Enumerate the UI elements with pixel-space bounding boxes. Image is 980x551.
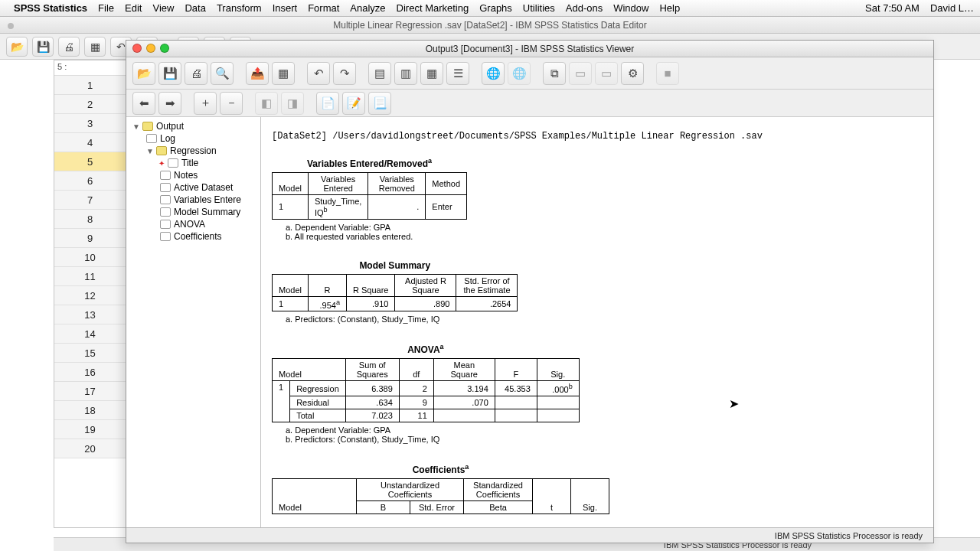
row-header[interactable]: 13 — [54, 305, 126, 324]
row-header[interactable]: 14 — [54, 324, 126, 344]
stop-icon: ■ — [656, 62, 679, 85]
variables-icon[interactable]: ▦ — [420, 62, 443, 85]
outline-log[interactable]: Log — [128, 132, 259, 145]
viewer-status-bar: IBM SPSS Statistics Processor is ready — [126, 527, 933, 543]
outline-active-dataset[interactable]: Active Dataset — [128, 181, 259, 194]
zoom-button[interactable] — [160, 44, 169, 53]
outline-output[interactable]: ▼Output — [128, 120, 259, 132]
menu-graphs[interactable]: Graphs — [479, 2, 512, 14]
row-header[interactable]: 20 — [54, 439, 126, 458]
menu-direct-marketing[interactable]: Direct Marketing — [397, 2, 469, 14]
print-preview-icon[interactable]: 🔍 — [211, 62, 234, 85]
promote-icon: ◧ — [255, 92, 278, 115]
globe-dis-icon: 🌐 — [508, 62, 531, 85]
menubar-user[interactable]: David L… — [930, 2, 974, 14]
outline-title[interactable]: ✦Title — [128, 157, 259, 169]
menu-window[interactable]: Window — [613, 2, 648, 14]
menu-addons[interactable]: Add-ons — [566, 2, 603, 14]
row-header[interactable]: 4 — [54, 133, 126, 152]
data-editor-grid: 5 : 1 2 3 4 5 6 7 8 9 10 11 12 13 14 15 … — [54, 60, 126, 528]
nav-back-icon[interactable]: ⬅ — [132, 92, 155, 115]
print-icon[interactable]: 🖨 — [58, 37, 80, 57]
collapse-icon[interactable]: － — [220, 92, 243, 115]
row-header[interactable]: 5 — [54, 152, 126, 171]
row-header[interactable]: 12 — [54, 286, 126, 305]
viewer-titlebar[interactable]: Output3 [Document3] - IBM SPSS Statistic… — [126, 41, 933, 57]
recall-dialog-icon[interactable]: ▦ — [84, 37, 106, 57]
outline-coefficients[interactable]: Coefficients — [128, 230, 259, 243]
row-header[interactable]: 11 — [54, 267, 126, 286]
mac-menubar: SPSS Statistics File Edit View Data Tran… — [0, 0, 980, 17]
outline-variables-entered[interactable]: Variables Entere — [128, 194, 259, 206]
viewer-toolbar-2: ⬅ ➡ ＋ － ◧ ◨ 📄 📝 📃 — [126, 90, 933, 117]
row-header[interactable]: 7 — [54, 191, 126, 210]
menu-utilities[interactable]: Utilities — [523, 2, 555, 14]
row-header[interactable]: 18 — [54, 401, 126, 420]
coefficients-table[interactable]: Coefficientsa ModelUnstandardized Coeffi… — [272, 463, 923, 517]
outline-regression[interactable]: ▼Regression — [128, 145, 259, 157]
insert-text-icon[interactable]: 📃 — [368, 92, 391, 115]
globe-icon[interactable]: 🌐 — [482, 62, 505, 85]
insert-title-icon[interactable]: 📝 — [342, 92, 365, 115]
row-header[interactable]: 17 — [54, 382, 126, 401]
close-button[interactable] — [132, 44, 142, 53]
menu-format[interactable]: Format — [308, 2, 339, 14]
outline-anova[interactable]: ANOVA — [128, 218, 259, 230]
dataset-path: [DataSet2] /Users/davidlongstreet/Docume… — [272, 131, 923, 142]
row-header[interactable]: 10 — [54, 248, 126, 267]
bg-window-titlebar: Multiple Linear Regression .sav [DataSet… — [0, 17, 980, 34]
app-name[interactable]: SPSS Statistics — [14, 2, 87, 14]
bg-window-title: Multiple Linear Regression .sav [DataSet… — [333, 20, 647, 31]
row-header[interactable]: 19 — [54, 420, 126, 439]
viewer-title: Output3 [Document3] - IBM SPSS Statistic… — [426, 44, 635, 54]
menu-data[interactable]: Data — [185, 2, 205, 14]
open-icon[interactable]: 📂 — [6, 37, 28, 57]
goto-case-icon[interactable]: ▥ — [394, 62, 417, 85]
menu-insert[interactable]: Insert — [273, 2, 298, 14]
menubar-clock[interactable]: Sat 7:50 AM — [865, 2, 920, 14]
menu-edit[interactable]: Edit — [125, 2, 142, 14]
variables-entered-table[interactable]: Variables Entered/Removeda ModelVariable… — [272, 157, 923, 242]
viewer-toolbar-1: 📂 💾 🖨 🔍 📤 ▦ ↶ ↷ ▤ ▥ ▦ ☰ 🌐 🌐 ⧉ ▭ ▭ ⚙ ■ — [126, 57, 933, 90]
outline-model-summary[interactable]: Model Summary — [128, 206, 259, 218]
insert-heading-icon[interactable]: 📄 — [316, 92, 339, 115]
menu-file[interactable]: File — [98, 2, 114, 14]
menu-analyze[interactable]: Analyze — [350, 2, 385, 14]
run-script-icon[interactable]: ⚙ — [621, 62, 644, 85]
row-header[interactable]: 3 — [54, 114, 126, 133]
menu-transform[interactable]: Transform — [217, 2, 262, 14]
row-header[interactable]: 15 — [54, 344, 126, 363]
outline-notes[interactable]: Notes — [128, 169, 259, 181]
designate-window-icon[interactable]: ⧉ — [543, 62, 566, 85]
row-header[interactable]: 2 — [54, 95, 126, 114]
copy-special-icon: ▭ — [569, 62, 592, 85]
nav-forward-icon[interactable]: ➡ — [158, 92, 181, 115]
row-header[interactable]: 8 — [54, 210, 126, 229]
row-header[interactable]: 6 — [54, 171, 126, 191]
demote-icon: ◨ — [281, 92, 304, 115]
selected-cell-indicator: 5 : — [54, 60, 126, 76]
menu-view[interactable]: View — [152, 2, 174, 14]
row-header[interactable]: 9 — [54, 229, 126, 248]
recall-dialog-icon[interactable]: ▦ — [272, 62, 295, 85]
save-icon[interactable]: 💾 — [158, 62, 181, 85]
expand-icon[interactable]: ＋ — [194, 92, 217, 115]
undo-icon[interactable]: ↶ — [307, 62, 330, 85]
redo-icon[interactable]: ↷ — [333, 62, 356, 85]
select-cases-icon[interactable]: ☰ — [446, 62, 469, 85]
row-header[interactable]: 1 — [54, 76, 126, 95]
row-header[interactable]: 16 — [54, 363, 126, 382]
menu-help[interactable]: Help — [659, 2, 680, 14]
open-icon[interactable]: 📂 — [132, 62, 155, 85]
minimize-button[interactable] — [146, 44, 155, 53]
output-content-pane[interactable]: [DataSet2] /Users/davidlongstreet/Docume… — [261, 117, 933, 528]
save-icon[interactable]: 💾 — [32, 37, 54, 57]
anova-table[interactable]: ANOVAa ModelSum of SquaresdfMean SquareF… — [272, 343, 923, 445]
print-icon[interactable]: 🖨 — [185, 62, 207, 85]
output-viewer-window: Output3 [Document3] - IBM SPSS Statistic… — [126, 40, 934, 543]
model-summary-table[interactable]: Model Summary ModelRR SquareAdjusted R S… — [272, 260, 923, 325]
export-icon[interactable]: 📤 — [246, 62, 269, 85]
goto-data-icon[interactable]: ▤ — [368, 62, 391, 85]
paste-icon: ▭ — [595, 62, 618, 85]
outline-pane[interactable]: ▼Output Log ▼Regression ✦Title Notes Act… — [126, 117, 261, 528]
